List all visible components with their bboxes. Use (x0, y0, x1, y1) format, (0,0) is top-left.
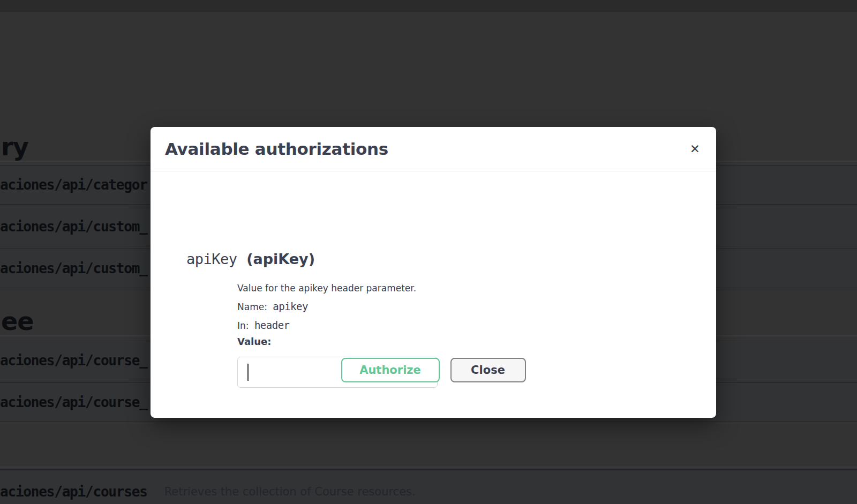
auth-scheme-name: apiKey (186, 251, 237, 267)
modal-body: apiKey (apiKey) Value for the apikey hea… (151, 171, 716, 418)
auth-in-row: In: header (237, 316, 416, 335)
auth-name-value: apikey (273, 300, 308, 312)
modal-button-row: Authorize Close (151, 358, 716, 382)
authorizations-modal: Available authorizations ✕ apiKey (apiKe… (151, 127, 716, 418)
value-label: Value: (237, 336, 271, 347)
endpoint-description: Retrieves the collection of Course resou… (164, 484, 416, 500)
endpoint-path: aciones/api/course_ (0, 394, 147, 410)
modal-header: Available authorizations ✕ (151, 127, 716, 171)
close-icon[interactable]: ✕ (688, 141, 702, 157)
auth-scheme-type: (apiKey) (246, 251, 315, 267)
tag-heading-fragment: ry (1, 134, 28, 159)
topbar-strip (0, 0, 857, 12)
modal-title: Available authorizations (165, 139, 388, 159)
close-button[interactable]: Close (450, 358, 526, 382)
auth-in-value: header (254, 319, 290, 331)
tag-heading-fragment: ee (1, 309, 33, 334)
endpoint-path: aciones/api/custom_ (0, 260, 147, 276)
section-divider (0, 467, 857, 468)
auth-scheme-title: apiKey (apiKey) (186, 251, 315, 268)
authorize-button[interactable]: Authorize (341, 358, 440, 382)
auth-description: Value for the apikey header parameter. (237, 279, 416, 297)
endpoint-path: aciones/api/custom_ (0, 219, 147, 235)
auth-name-row: Name: apikey (237, 297, 416, 316)
endpoint-path: aciones/api/courses (0, 484, 147, 500)
operation-row[interactable]: aciones/api/courses Retrieves the collec… (0, 469, 857, 504)
auth-details: Value for the apikey header parameter. N… (237, 279, 416, 335)
auth-in-label: In: (237, 320, 249, 331)
endpoint-path: aciones/api/course_ (0, 352, 147, 368)
endpoint-path: aciones/api/categor (0, 177, 147, 193)
auth-name-label: Name: (237, 302, 267, 312)
